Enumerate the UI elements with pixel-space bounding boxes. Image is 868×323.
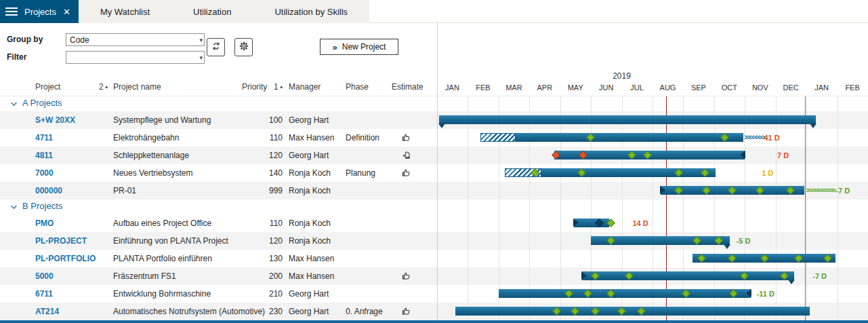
col-estimate[interactable]: Estimate: [392, 82, 423, 92]
row-gantt-cell: -5 D: [437, 232, 868, 250]
col-priority[interactable]: Priority: [242, 82, 267, 92]
thumbs-up-icon[interactable]: [401, 271, 411, 283]
gantt-bar[interactable]: [499, 289, 751, 298]
thumbs-up-icon[interactable]: [401, 132, 411, 145]
bar-start-marker: [660, 186, 665, 194]
project-name: Entwicklung Bohrmaschine: [113, 285, 211, 303]
manager-name: Ronja Koch: [289, 214, 331, 232]
col-phase[interactable]: Phase: [346, 82, 369, 92]
project-row[interactable]: 4711Elektrohängebahn110Max HansenDefinit…: [0, 129, 868, 147]
thumbs-up-icon[interactable]: [401, 306, 411, 318]
timeline-month-label: JUN: [591, 83, 621, 92]
collapse-chevron-icon[interactable]: [10, 99, 18, 109]
manager-name: Ronja Koch: [289, 182, 331, 200]
chevron-down-icon: ▾: [199, 52, 203, 63]
thumbs-up-icon[interactable]: [401, 168, 411, 180]
timeline-month-label: JAN: [437, 83, 468, 92]
phase-value: Planung: [346, 164, 375, 182]
project-code-link[interactable]: 6711: [35, 285, 53, 303]
col-project-name[interactable]: Project name: [113, 82, 161, 92]
manager-name: Georg Hart: [289, 147, 329, 164]
close-tab-icon[interactable]: ✕: [63, 7, 70, 17]
gantt-bar[interactable]: [480, 133, 743, 142]
project-name: Elektrohängebahn: [113, 129, 179, 147]
manager-name: Ronja Koch: [289, 164, 331, 182]
tab-bar: Projects ✕ My Watchlist Utilization Util…: [0, 0, 868, 23]
timeline-month-label: APR: [529, 83, 560, 92]
group-row[interactable]: B Projects: [0, 200, 868, 214]
priority-value: 210: [242, 285, 283, 303]
project-code-link[interactable]: PMO: [35, 214, 54, 232]
timeline-month-label: SEP: [683, 83, 714, 92]
row-gantt-cell: -7 D: [437, 267, 868, 285]
gantt-bar[interactable]: [582, 271, 794, 280]
filter-select[interactable]: ▾: [66, 51, 205, 64]
timeline-month-label: AUG: [653, 83, 683, 92]
project-code-link[interactable]: 5000: [35, 267, 54, 285]
bar-start-marker: [581, 271, 587, 280]
group-row[interactable]: A Projects: [0, 96, 868, 111]
col-project[interactable]: Project: [35, 82, 60, 92]
tab-projects[interactable]: Projects ✕: [0, 0, 79, 23]
priority-value: 140: [242, 164, 283, 182]
sort-indicator-priority[interactable]: 1▲: [274, 82, 284, 92]
row-gantt-cell: [437, 303, 868, 320]
new-project-button[interactable]: » New Project: [320, 39, 398, 55]
group-by-select[interactable]: Code ▾: [66, 33, 205, 46]
project-code-link[interactable]: PL-PROJECT: [35, 232, 87, 250]
tab-my-watchlist[interactable]: My Watchlist: [79, 0, 171, 23]
manager-name: Georg Hart: [289, 303, 329, 320]
project-row[interactable]: PMOAufbau eines Project Office110Ronja K…: [0, 214, 868, 232]
timeline-month-label: FEB: [838, 83, 868, 92]
row-left-cells: 6711Entwicklung Bohrmaschine210Georg Har…: [0, 285, 437, 303]
schedule-arrows: >>>>>>>: [744, 129, 764, 147]
bottom-scrollbar[interactable]: [0, 320, 868, 323]
row-left-cells: PL-PROJECTEinführung von PLANTA Project1…: [0, 232, 437, 250]
settings-button[interactable]: [234, 38, 253, 56]
gantt-bar[interactable]: [439, 115, 816, 124]
project-row[interactable]: S+W 20XXSystempflege und Wartung100Georg…: [0, 111, 868, 129]
hand-icon[interactable]: [401, 150, 411, 162]
project-row[interactable]: 4811Schleppkettenanlage120Georg Hart7 D: [0, 147, 868, 164]
manager-name: Georg Hart: [289, 285, 329, 303]
bar-end-cap: [810, 124, 817, 128]
project-code-link[interactable]: PL-PORTFOLIO: [35, 250, 96, 267]
timeline-month-label: FEB: [468, 83, 498, 92]
sort-indicator-project[interactable]: 2▲: [99, 82, 109, 92]
timeline-month-label: OCT: [714, 83, 745, 92]
bar-end-cap: [788, 280, 795, 284]
menu-icon[interactable]: [5, 5, 18, 18]
tab-utilization-by-skills[interactable]: Utilization by Skills: [253, 0, 369, 23]
gantt-bar[interactable]: [574, 218, 609, 227]
manager-name: Georg Hart: [289, 111, 329, 129]
collapse-chevron-icon[interactable]: [10, 202, 18, 212]
project-row[interactable]: PL-PROJECTEinführung von PLANTA Project1…: [0, 232, 868, 250]
project-code-link[interactable]: 000000: [35, 182, 62, 200]
project-name: PLANTA Portfolio einführen: [113, 250, 212, 267]
project-row[interactable]: 000000PR-01999Ronja Koch>>>>>>>>>>-7 D: [0, 182, 868, 200]
project-name: Systempflege und Wartung: [113, 111, 211, 129]
project-row[interactable]: 6711Entwicklung Bohrmaschine210Georg Har…: [0, 285, 868, 303]
row-left-cells: 5000Fräszentrum FS1200Max Hansen: [0, 267, 437, 285]
project-row[interactable]: 5000Fräszentrum FS1200Max Hansen-7 D: [0, 267, 868, 285]
refresh-button[interactable]: [207, 38, 225, 56]
tab-label: Utilization: [193, 7, 231, 17]
project-row[interactable]: 7000Neues Vertriebsystem140Ronja KochPla…: [0, 164, 868, 182]
project-row[interactable]: AT214Automatisches Notrufsystem (Automot…: [0, 303, 868, 320]
row-left-cells: 000000PR-01999Ronja Koch: [0, 182, 437, 200]
timeline-month-label: DEC: [776, 83, 806, 92]
delta-label: -7 D: [835, 182, 850, 200]
col-manager[interactable]: Manager: [289, 82, 321, 92]
project-code-link[interactable]: AT214: [35, 303, 59, 320]
project-code-link[interactable]: S+W 20XX: [35, 111, 75, 129]
project-row[interactable]: PL-PORTFOLIOPLANTA Portfolio einführen13…: [0, 250, 868, 267]
priority-value: 200: [242, 267, 283, 285]
gantt-bar-hatched-segment: [480, 133, 516, 142]
gantt-bar[interactable]: [455, 307, 809, 316]
project-code-link[interactable]: 4811: [35, 147, 53, 164]
tab-utilization[interactable]: Utilization: [171, 0, 253, 23]
project-code-link[interactable]: 4711: [35, 129, 53, 147]
project-code-link[interactable]: 7000: [35, 164, 54, 182]
bar-start-marker: [573, 218, 579, 227]
panel-divider: [437, 23, 438, 320]
